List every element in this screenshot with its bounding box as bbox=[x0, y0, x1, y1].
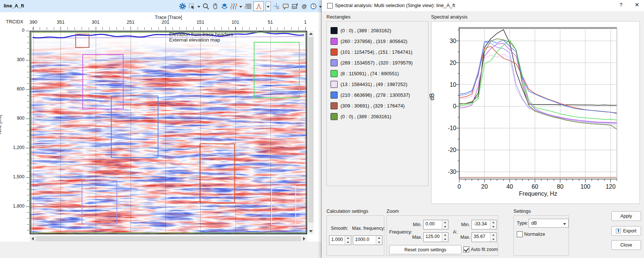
freq-min-down-icon[interactable] bbox=[442, 225, 448, 229]
smooth-spinbox[interactable]: 1.000 bbox=[329, 235, 351, 245]
comment-icon[interactable] bbox=[282, 3, 289, 10]
rectangle-coords-label: (0 : 0) , (389 : 2083162) bbox=[341, 28, 391, 33]
rectangle-coords-label: (309 : 30691) , (329 : 176474) bbox=[341, 103, 405, 109]
a-min-spinbox[interactable]: -33.34 bbox=[472, 220, 497, 229]
time-tick bbox=[26, 60, 29, 60]
close-icon[interactable]: ✕ bbox=[632, 1, 641, 10]
a-min-up-icon[interactable] bbox=[490, 220, 496, 225]
rectangle-list-item[interactable]: (210 : 663696) , (278 : 1300537) bbox=[331, 90, 410, 99]
apply-button[interactable]: Apply bbox=[611, 211, 641, 221]
maxfreq-down-icon[interactable] bbox=[376, 240, 382, 245]
history-clock-icon[interactable] bbox=[310, 3, 317, 10]
seismic-canvas[interactable]: Elevation from trace headers External el… bbox=[30, 31, 307, 234]
type-label: Type: bbox=[517, 221, 528, 226]
move-pick-icon[interactable] bbox=[273, 3, 280, 10]
rectangle-list-item[interactable]: (260 : 237856) , (319 : 805642) bbox=[331, 37, 407, 46]
seismic-window-titlebar: line_A_ft @ bbox=[0, 0, 321, 12]
maxfreq-up-icon[interactable] bbox=[376, 236, 382, 240]
time-tick bbox=[26, 206, 29, 207]
normalize-checkbox[interactable] bbox=[517, 231, 523, 237]
max-frequency-label: Max. frequency: bbox=[352, 226, 385, 231]
mouse-tool-icon[interactable] bbox=[211, 3, 219, 10]
a-max-spinbox[interactable]: 35.67 bbox=[472, 232, 497, 242]
layers-icon[interactable] bbox=[221, 3, 228, 10]
wiggle-grid-icon[interactable] bbox=[244, 3, 252, 10]
scroll-down-icon[interactable] bbox=[308, 228, 314, 234]
horizontal-scroll-thumb[interactable] bbox=[36, 236, 301, 241]
smooth-label: Smooth: bbox=[331, 226, 348, 231]
rectangle-list-item[interactable]: (309 : 30691) , (329 : 176474) bbox=[331, 101, 405, 110]
rectangle-list-item[interactable]: (0 : 0) , (389 : 2083161) bbox=[331, 112, 391, 121]
trace-tick bbox=[165, 27, 166, 30]
zoom-tool-icon[interactable] bbox=[202, 3, 210, 10]
rectangles-group-label: Rectangles bbox=[326, 14, 351, 20]
at-zoom-icon[interactable]: @ bbox=[300, 3, 308, 10]
smooth-down-icon[interactable] bbox=[345, 240, 351, 245]
time-tick bbox=[26, 119, 29, 119]
rectangle-list-item[interactable]: (13 : 1584431) , (49 : 1987252) bbox=[331, 80, 407, 89]
time-tick bbox=[26, 177, 29, 178]
wiggle-display-dropdown-icon[interactable] bbox=[239, 6, 242, 8]
rectangle-color-swatch bbox=[331, 102, 338, 109]
trace-tick-label: 151 bbox=[194, 20, 207, 25]
rectangles-list[interactable]: (0 : 0) , (389 : 2083162)(260 : 237856) … bbox=[326, 21, 428, 186]
spectral-group-label: Spectral analysis bbox=[431, 14, 467, 20]
trace-tick bbox=[96, 27, 96, 30]
trace-tick-label: 201 bbox=[159, 20, 172, 25]
a-max-up-icon[interactable] bbox=[490, 233, 496, 237]
freq-max-label: Max. bbox=[412, 235, 422, 240]
vertical-scroll-thumb[interactable] bbox=[308, 37, 313, 222]
scroll-left-icon[interactable] bbox=[30, 236, 36, 242]
spectral-chart-plot[interactable]: 0204060801001203020100-10-20-30 bbox=[440, 27, 625, 194]
scroll-right-icon[interactable] bbox=[301, 236, 307, 242]
close-button[interactable]: Close bbox=[611, 240, 641, 250]
trace-tick-label: 301 bbox=[89, 20, 102, 25]
trace-tick bbox=[305, 27, 306, 30]
a-min-down-icon[interactable] bbox=[490, 225, 496, 229]
svg-text:60: 60 bbox=[532, 183, 538, 190]
spectrum-analysis-icon[interactable] bbox=[253, 1, 264, 11]
freq-min-spinbox[interactable]: 0.00 bbox=[423, 220, 448, 229]
trace-tick bbox=[33, 27, 34, 30]
spectrum-analysis-dropdown-icon[interactable] bbox=[266, 1, 271, 11]
freq-max-spinbox[interactable]: 125.00 bbox=[423, 232, 448, 242]
freq-max-up-icon[interactable] bbox=[442, 233, 448, 237]
time-tick-label: 0 bbox=[10, 28, 24, 33]
vertical-scrollbar[interactable] bbox=[308, 31, 314, 234]
freq-max-down-icon[interactable] bbox=[442, 237, 448, 242]
autofit-zoom-checkbox[interactable] bbox=[463, 247, 469, 252]
rectangle-list-item[interactable]: (8 : 115091) , (74 : 690551) bbox=[331, 69, 399, 78]
type-dropdown[interactable]: dB bbox=[529, 219, 569, 228]
help-button[interactable]: ? bbox=[617, 2, 625, 9]
dialog-titlebar[interactable]: Spectral analysis: Multi selection (Sing… bbox=[322, 0, 644, 11]
a-max-down-icon[interactable] bbox=[490, 237, 496, 242]
rectangle-list-item[interactable]: (0 : 0) , (389 : 2083162) bbox=[331, 26, 391, 35]
rectangle-color-swatch bbox=[331, 81, 338, 88]
trace-tick-label: 51 bbox=[264, 20, 277, 25]
tab-bar: line_A_ft bbox=[0, 242, 321, 258]
horizontal-scrollbar[interactable] bbox=[30, 236, 307, 242]
dialog-title: Spectral analysis: Multi selection (Sing… bbox=[335, 3, 455, 8]
export-button[interactable]: Export bbox=[611, 226, 641, 236]
select-tool-dropdown-icon[interactable] bbox=[197, 6, 200, 8]
freq-min-up-icon[interactable] bbox=[442, 220, 448, 225]
normalize-label: Normalize bbox=[524, 232, 545, 237]
reset-zoom-button[interactable]: Reset zoom settings bbox=[389, 245, 461, 254]
export-image-icon[interactable] bbox=[291, 3, 299, 10]
selection-rectangle[interactable] bbox=[31, 32, 306, 233]
trace-tick bbox=[60, 27, 61, 30]
rectangle-list-item[interactable]: (101 : 1154754) , (151 : 1764741) bbox=[331, 47, 412, 56]
svg-text:30: 30 bbox=[450, 38, 456, 44]
rectangle-list-item[interactable]: (269 : 1534557) , (320 : 1979579) bbox=[331, 58, 413, 67]
scroll-up-icon[interactable] bbox=[308, 31, 314, 37]
wiggle-display-icon[interactable] bbox=[230, 3, 237, 10]
trace-tick-label: 251 bbox=[124, 20, 137, 25]
rectangle-color-swatch bbox=[331, 92, 338, 99]
time-tick-label: 1,500 bbox=[10, 174, 24, 179]
seismic-window-title: line_A_ft bbox=[4, 3, 24, 9]
rectangle-coords-label: (101 : 1154754) , (151 : 1764741) bbox=[341, 49, 412, 55]
select-tool-icon[interactable] bbox=[188, 3, 196, 10]
settings-gear-icon[interactable] bbox=[179, 3, 186, 10]
max-frequency-spinbox[interactable]: 1000.0 bbox=[353, 235, 382, 245]
smooth-up-icon[interactable] bbox=[345, 236, 351, 240]
